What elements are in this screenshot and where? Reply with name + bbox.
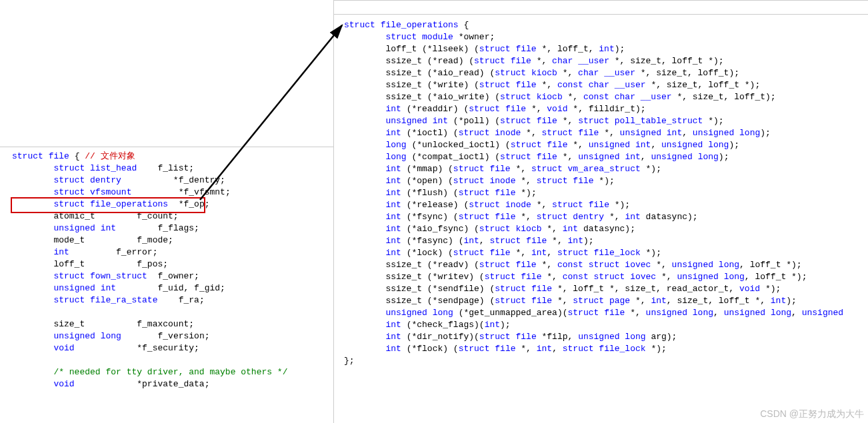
code-right-file-operations: struct file_operations { struct module *…: [344, 19, 843, 367]
watermark: CSDN @正努力成为大牛: [760, 408, 864, 420]
code-left-struct-file: struct file { // 文件对象 struct list_head f…: [12, 151, 287, 390]
